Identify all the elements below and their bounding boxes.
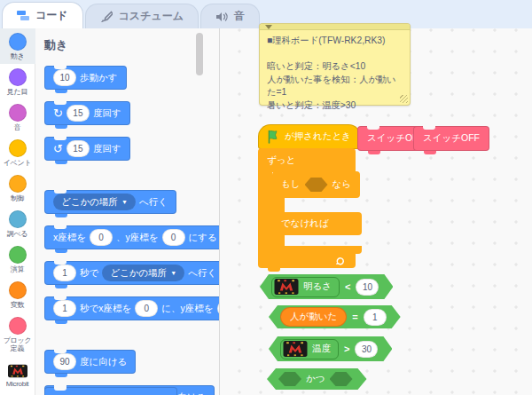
category-label: 動き: [11, 52, 25, 60]
control-category-icon: [9, 175, 27, 193]
motion-threshold-input[interactable]: 1: [364, 309, 387, 326]
forever-block-top[interactable]: ずっと: [258, 148, 356, 172]
palette-block[interactable]: どこかの場所▼へ行く: [44, 190, 176, 214]
sensing-category-icon: [9, 210, 27, 228]
category-label: 調べる: [7, 230, 27, 238]
forever-label: ずっと: [267, 154, 295, 167]
category-motion[interactable]: 動き: [0, 28, 35, 64]
number-input[interactable]: 1: [53, 300, 76, 317]
block-palette: 動き 10歩動かす↻15度回す↺15度回すどこかの場所▼へ行くx座標を0、y座標…: [35, 28, 220, 395]
palette-block[interactable]: ↺15度回す: [44, 137, 130, 161]
number-input[interactable]: 10: [53, 69, 76, 86]
palette-block[interactable]: ↻15度回す: [44, 101, 130, 125]
if-label: もし: [281, 178, 301, 191]
category-variables[interactable]: 変数: [0, 277, 35, 312]
and-operator-block[interactable]: かつ: [267, 368, 367, 390]
palette-block[interactable]: 90度に向ける: [44, 350, 136, 374]
chevron-down-icon: ▼: [121, 199, 128, 205]
when-flag-clicked-block[interactable]: が押されたとき: [258, 124, 361, 149]
and-right-slot[interactable]: [330, 372, 353, 386]
brightness-less-than-block[interactable]: 明るさ < 10: [260, 274, 393, 299]
tab-costumes[interactable]: コスチューム: [85, 4, 199, 28]
block-label: に、y座標を: [161, 303, 213, 315]
if-block-bottom-arm[interactable]: [272, 246, 362, 254]
temperature-reporter[interactable]: 温度: [280, 339, 339, 359]
brightness-reporter[interactable]: 明るさ: [271, 277, 340, 297]
comment-resize-handle[interactable]: [400, 95, 408, 103]
else-block-bar[interactable]: でなければ: [272, 212, 362, 235]
science-board-icon: [274, 279, 299, 295]
comment-title-bar[interactable]: [260, 24, 410, 30]
script-comment[interactable]: ■理科ボード(TFW-RK2,RK3) 暗いと判定：明るさ<10 人が動いた事を…: [259, 23, 411, 106]
block-label: x座標を: [53, 232, 86, 244]
block-label: 度に向ける: [80, 356, 127, 368]
number-input[interactable]: 15: [66, 105, 90, 122]
switch-on-label: スイッチON: [367, 132, 419, 145]
greater-than-operator: >: [343, 344, 350, 354]
palette-block[interactable]: x座標を0、y座標を0にする: [44, 225, 220, 249]
palette-block[interactable]: 1秒でどこかの場所▼へ行く: [44, 261, 220, 285]
dropdown[interactable]: どこかの場所▼: [102, 265, 184, 281]
category-sensing[interactable]: 調べる: [0, 206, 35, 241]
tab-code-label: コード: [35, 8, 68, 23]
switch-off-label: スイッチOFF: [423, 132, 480, 145]
block-label: 度回す: [93, 143, 121, 155]
tab-sounds[interactable]: 音: [200, 4, 260, 28]
number-input[interactable]: 0: [162, 229, 185, 246]
comment-collapse-icon[interactable]: [265, 25, 272, 29]
palette-block[interactable]: 10歩動かす: [44, 66, 127, 90]
turn-right-icon: ↻: [53, 107, 63, 119]
brush-icon: [100, 11, 113, 23]
category-microbit-extension[interactable]: Microbit: [0, 359, 35, 391]
sound-category-icon: [9, 104, 27, 122]
tab-code[interactable]: コード: [2, 2, 83, 28]
category-control[interactable]: 制御: [0, 170, 35, 206]
number-input[interactable]: 0: [135, 300, 158, 317]
motion-equals-block[interactable]: 人が動いた = 1: [269, 305, 401, 328]
green-flag-icon: [266, 130, 280, 144]
number-input[interactable]: 0: [90, 229, 113, 246]
and-left-slot[interactable]: [278, 372, 301, 386]
category-label: 演算: [11, 265, 24, 273]
category-sidebar: 動き 見た目 音 イベント 制御 調べる: [0, 28, 35, 395]
temperature-greater-than-block[interactable]: 温度 > 30: [269, 336, 392, 361]
category-events[interactable]: イベント: [0, 135, 35, 170]
temperature-threshold-input[interactable]: 30: [355, 341, 378, 358]
loop-arrow-icon: [335, 256, 345, 265]
forever-block-bottom-arm[interactable]: [258, 254, 356, 268]
brightness-threshold-input[interactable]: 10: [356, 279, 379, 296]
then-label: なら: [332, 178, 352, 191]
motion-category-icon: [9, 33, 27, 51]
number-input[interactable]: 90: [53, 353, 76, 370]
category-sound[interactable]: 音: [0, 99, 35, 135]
equals-operator: =: [351, 312, 358, 322]
number-input[interactable]: 15: [66, 140, 90, 157]
palette-block-partial[interactable]: [44, 387, 177, 395]
science-board-icon: [283, 341, 308, 357]
category-operators[interactable]: 演算: [0, 241, 35, 277]
category-label: 変数: [11, 301, 24, 309]
events-category-icon: [9, 139, 27, 157]
category-label: ブロック定義: [1, 336, 35, 352]
category-myblocks[interactable]: ブロック定義: [0, 312, 35, 356]
motion-variable-reporter[interactable]: 人が動いた: [280, 307, 347, 327]
palette-block[interactable]: 1秒でx座標を0に、y座標を0: [44, 296, 220, 320]
category-label: 見た目: [7, 88, 27, 96]
turn-left-icon: ↺: [53, 143, 63, 154]
category-label: イベント: [4, 159, 32, 167]
block-label: へ行く: [139, 196, 168, 209]
and-label: かつ: [306, 373, 325, 385]
category-looks[interactable]: 見た目: [0, 64, 35, 99]
switch-off-block[interactable]: スイッチOFF: [413, 126, 489, 151]
tab-sounds-label: 音: [234, 9, 245, 24]
if-then-block-top[interactable]: もし なら: [272, 171, 360, 198]
block-label: 、y座標を: [116, 232, 159, 244]
forever-block-spine[interactable]: [258, 171, 272, 254]
dropdown[interactable]: どこかの場所▼: [53, 194, 136, 210]
palette-scrollbar[interactable]: [196, 33, 203, 75]
condition-slot[interactable]: [305, 178, 328, 192]
block-label: へ行く: [188, 267, 216, 280]
number-input[interactable]: 1: [53, 265, 76, 281]
else-label: でなければ: [281, 217, 329, 230]
code-blocks-icon: [17, 10, 30, 22]
